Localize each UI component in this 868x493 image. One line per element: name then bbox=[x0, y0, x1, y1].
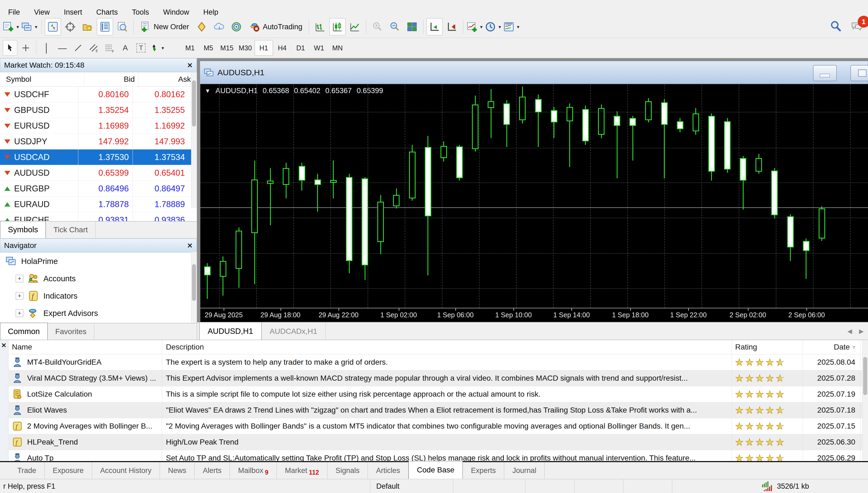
minimize-button[interactable] bbox=[813, 65, 837, 81]
navigator-item-holaprime[interactable]: HolaPrime bbox=[0, 253, 197, 270]
navigator-item-accounts[interactable]: +Accounts bbox=[0, 270, 197, 287]
close-icon[interactable]: ✕ bbox=[187, 242, 193, 250]
equidistant-channel-tool-button[interactable]: E bbox=[86, 40, 101, 56]
navigator-item-indicators[interactable]: +fIndicators bbox=[0, 287, 197, 305]
column-header-rating[interactable]: Rating bbox=[732, 340, 803, 354]
menu-item-window[interactable]: Window bbox=[156, 8, 196, 17]
terminal-tab-signals[interactable]: Signals bbox=[327, 462, 368, 479]
tile-windows-button[interactable] bbox=[404, 18, 420, 36]
close-icon[interactable]: ✕ bbox=[187, 62, 193, 69]
strategy-tester-button[interactable] bbox=[114, 18, 130, 36]
new-chart-button[interactable]: ▼ bbox=[3, 18, 20, 36]
community-button[interactable] bbox=[228, 18, 244, 36]
expand-plus-icon[interactable]: + bbox=[16, 275, 23, 282]
new-order-button[interactable]: New Order bbox=[137, 18, 193, 36]
menu-item-insert[interactable]: Insert bbox=[57, 8, 89, 17]
text-label-tool-button[interactable]: T bbox=[134, 40, 148, 56]
expand-plus-icon[interactable]: + bbox=[16, 309, 23, 317]
column-header-name[interactable]: Name bbox=[8, 340, 162, 354]
market-watch-row-usdchf[interactable]: USDCHF0.801600.80162 bbox=[0, 87, 197, 102]
menu-item-charts[interactable]: Charts bbox=[89, 8, 125, 17]
chart-shift-button[interactable] bbox=[444, 18, 460, 36]
deposit-button[interactable] bbox=[194, 18, 210, 36]
timeframe-m15[interactable]: M15 bbox=[218, 40, 236, 56]
cursor-tool-button[interactable] bbox=[3, 40, 17, 56]
market-watch-scrollbar[interactable] bbox=[191, 72, 197, 208]
terminal-tab-experts[interactable]: Experts bbox=[463, 462, 504, 479]
terminal-tab-code-base[interactable]: Code Base bbox=[408, 461, 463, 479]
menu-item-view[interactable]: View bbox=[27, 8, 57, 17]
chart-tab-audusd-h1[interactable]: AUDUSD,H1 bbox=[199, 322, 262, 340]
market-watch-row-eurusd[interactable]: EURUSD1.169891.16992 bbox=[0, 118, 197, 134]
timeframe-h4[interactable]: H4 bbox=[273, 40, 291, 56]
horizontal-line-tool-button[interactable]: — bbox=[55, 40, 70, 56]
codebase-row[interactable]: f2 Moving Averages with Bollinger B..."2… bbox=[8, 418, 868, 434]
profiles-button[interactable]: ▼ bbox=[21, 18, 39, 36]
market-watch-titlebar[interactable]: Market Watch: 09:15:48 ✕ bbox=[0, 58, 197, 72]
crosshair-tool-button[interactable] bbox=[18, 40, 33, 56]
templates-button[interactable]: ▼ bbox=[503, 18, 521, 36]
terminal-tab-market[interactable]: Market112 bbox=[277, 462, 327, 479]
close-icon[interactable]: ✕ bbox=[1, 342, 6, 349]
terminal-tab-exposure[interactable]: Exposure bbox=[45, 462, 92, 479]
timeframe-d1[interactable]: D1 bbox=[291, 40, 310, 56]
indicators-button[interactable]: ▼ bbox=[466, 18, 484, 36]
data-window-toggle-button[interactable] bbox=[97, 18, 113, 36]
arrows-tool-button[interactable]: ▼ bbox=[149, 40, 165, 56]
menu-item-file[interactable]: File bbox=[1, 8, 27, 17]
column-header-date[interactable]: Date▿ bbox=[803, 340, 861, 354]
codebase-row[interactable]: LotSize CalculationThis is a simple scri… bbox=[8, 386, 868, 402]
notifications-icon[interactable]: 1 bbox=[851, 21, 863, 33]
text-tool-button[interactable]: A bbox=[118, 40, 133, 56]
codebase-row[interactable]: Viral MACD Strategy (3.5M+ Views) ...Thi… bbox=[8, 370, 868, 386]
market-watch-row-audusd[interactable]: AUDUSD0.653990.65401 bbox=[0, 165, 197, 181]
trendline-tool-button[interactable] bbox=[71, 40, 85, 56]
chart-canvas[interactable]: ▼ AUDUSD,H1 0.65368 0.65402 0.65367 0.65… bbox=[200, 84, 868, 308]
codebase-row[interactable]: Eliot Waves"Eliot Waves" EA draws 2 Tren… bbox=[8, 402, 868, 418]
market-watch-row-usdjpy[interactable]: USDJPY147.992147.993 bbox=[0, 134, 197, 149]
terminal-scrollbar[interactable] bbox=[862, 340, 868, 461]
tab-common[interactable]: Common bbox=[0, 323, 48, 340]
cloud-sync-button[interactable] bbox=[211, 18, 227, 36]
market-watch-row-euraud[interactable]: EURAUD1.788781.78889 bbox=[0, 196, 197, 212]
auto-scroll-button[interactable] bbox=[426, 18, 443, 36]
favorites-button[interactable] bbox=[79, 18, 96, 36]
autotrading-toggle-button[interactable]: AutoTrading bbox=[246, 18, 306, 36]
timeframe-m5[interactable]: M5 bbox=[199, 40, 218, 56]
terminal-tab-trade[interactable]: Trade bbox=[9, 462, 45, 479]
tab-scroll-right-icon[interactable]: ▶ bbox=[859, 328, 864, 335]
market-watch-toggle-button[interactable] bbox=[45, 18, 61, 36]
fibonacci-tool-button[interactable]: F bbox=[102, 40, 117, 56]
chart-titlebar[interactable]: AUDUSD,H1 bbox=[200, 61, 868, 84]
market-watch-row-eurgbp[interactable]: EURGBP0.864960.86497 bbox=[0, 181, 197, 196]
codebase-row[interactable]: Auto TpSet Auto TP and SL:Automatically … bbox=[8, 450, 868, 462]
timeframe-mn[interactable]: MN bbox=[328, 40, 347, 56]
zoom-out-button[interactable] bbox=[387, 18, 403, 36]
terminal-tab-articles[interactable]: Articles bbox=[368, 462, 408, 479]
column-header-symbol[interactable]: Symbol bbox=[0, 72, 84, 86]
periods-button[interactable]: ▼ bbox=[485, 18, 502, 36]
market-watch-row-gbpusd[interactable]: GBPUSD1.352541.35255 bbox=[0, 102, 197, 118]
timeframe-m1[interactable]: M1 bbox=[181, 40, 199, 56]
navigator-titlebar[interactable]: Navigator ✕ bbox=[0, 238, 197, 253]
crosshair-mode-button[interactable] bbox=[62, 18, 78, 36]
tab-symbols[interactable]: Symbols bbox=[0, 221, 46, 238]
menu-item-help[interactable]: Help bbox=[196, 8, 225, 17]
line-chart-mode-button[interactable] bbox=[347, 18, 363, 36]
timeframe-w1[interactable]: W1 bbox=[310, 40, 328, 56]
codebase-row[interactable]: fHLPeak_TrendHigh/Low Peak Trend★★★★★202… bbox=[8, 434, 868, 450]
terminal-tab-mailbox[interactable]: Mailbox9 bbox=[230, 462, 277, 479]
column-header-description[interactable]: Description bbox=[162, 340, 732, 354]
terminal-tab-journal[interactable]: Journal bbox=[504, 462, 545, 479]
vertical-line-tool-button[interactable]: │ bbox=[39, 40, 54, 56]
codebase-row[interactable]: MT4-BuildYourGridEAThe expert is a syste… bbox=[8, 355, 868, 370]
status-profile[interactable]: Default bbox=[370, 479, 453, 493]
column-header-bid[interactable]: Bid bbox=[84, 72, 139, 86]
navigator-scrollbar[interactable] bbox=[191, 252, 197, 323]
timeframe-h1[interactable]: H1 bbox=[255, 40, 273, 56]
terminal-tab-news[interactable]: News bbox=[160, 462, 195, 479]
bar-chart-mode-button[interactable] bbox=[312, 18, 328, 36]
column-header-ask[interactable]: Ask bbox=[139, 72, 194, 86]
timeframe-m30[interactable]: M30 bbox=[236, 40, 255, 56]
market-watch-row-usdcad[interactable]: USDCAD1.375301.37534 bbox=[0, 149, 197, 165]
